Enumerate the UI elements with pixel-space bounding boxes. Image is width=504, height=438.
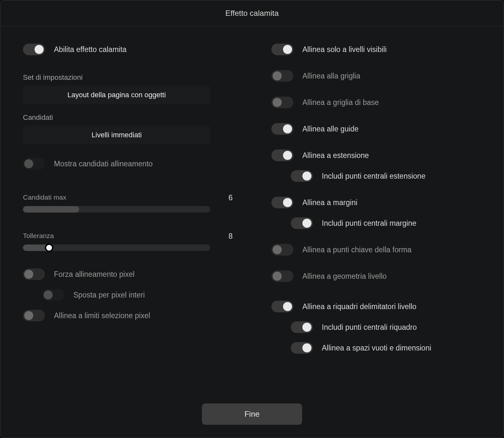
max-candidates-label: Candidati max xyxy=(23,193,66,202)
move-whole-pixels-label: Sposta per pixel interi xyxy=(73,291,145,299)
done-button[interactable]: Fine xyxy=(202,403,302,425)
candidates-section-label: Candidati xyxy=(23,113,233,122)
tolerance-block: Tolleranza 8 xyxy=(23,232,233,251)
snap-grid-label: Allinea alla griglia xyxy=(302,72,360,80)
show-candidates-toggle[interactable] xyxy=(23,158,45,170)
layer-geometry-row: Allinea a geometria livello xyxy=(271,266,481,287)
done-button-label: Fine xyxy=(245,410,260,418)
snap-margins-toggle[interactable] xyxy=(271,197,293,208)
snap-baseline-row: Allinea a griglia di base xyxy=(271,92,481,113)
tolerance-label: Tolleranza xyxy=(23,232,54,241)
margin-midpoints-row: Includi punti centrali margine xyxy=(271,213,481,234)
shape-keypoints-toggle[interactable] xyxy=(271,244,293,256)
max-candidates-value: 6 xyxy=(228,193,233,202)
margin-midpoints-label: Includi punti centrali margine xyxy=(322,219,416,228)
move-whole-pixels-row: Sposta per pixel interi xyxy=(23,285,233,305)
layer-geometry-label: Allinea a geometria livello xyxy=(302,272,387,281)
bounding-boxes-toggle[interactable] xyxy=(271,301,293,312)
snap-guides-toggle[interactable] xyxy=(271,123,293,135)
tolerance-value: 8 xyxy=(228,232,233,241)
visible-only-label: Allinea solo a livelli visibili xyxy=(302,45,387,54)
dialog-title-text: Effetto calamita xyxy=(226,9,279,18)
shape-keypoints-row: Allinea a punti chiave della forma xyxy=(271,239,481,260)
snap-pixel-selection-row: Allinea a limiti selezione pixel xyxy=(23,305,233,326)
max-candidates-block: Candidati max 6 xyxy=(23,193,233,213)
force-pixel-toggle[interactable] xyxy=(23,268,45,280)
candidates-dropdown-value: Livelli immediati xyxy=(91,131,142,139)
dialog-footer: Fine xyxy=(0,397,504,438)
candidates-dropdown[interactable]: Livelli immediati xyxy=(23,126,210,144)
snap-margins-label: Allinea a margini xyxy=(302,198,357,207)
preset-dropdown[interactable]: Layout della pagina con oggetti xyxy=(23,86,210,104)
dialog-content: Abilita effetto calamita Set di impostaz… xyxy=(0,26,504,397)
max-candidates-slider[interactable] xyxy=(23,206,210,213)
bbox-midpoints-toggle[interactable] xyxy=(291,321,313,333)
layer-geometry-toggle[interactable] xyxy=(271,270,293,282)
gaps-sizes-row: Allinea a spazi vuoti e dimensioni xyxy=(271,338,481,358)
preset-section-label: Set di impostazioni xyxy=(23,73,233,82)
left-column: Abilita effetto calamita Set di impostaz… xyxy=(23,39,252,397)
snap-guides-row: Allinea alle guide xyxy=(271,119,481,139)
spread-midpoints-label: Includi punti centrali estensione xyxy=(322,172,425,181)
dialog-title: Effetto calamita xyxy=(0,0,504,26)
snap-spread-label: Allinea a estensione xyxy=(302,151,369,160)
spread-midpoints-toggle[interactable] xyxy=(291,170,313,182)
snap-baseline-toggle[interactable] xyxy=(271,97,293,108)
bounding-boxes-row: Allinea a riquadri delimitatori livello xyxy=(271,296,481,317)
spread-midpoints-row: Includi punti centrali estensione xyxy=(271,166,481,186)
force-pixel-label: Forza allineamento pixel xyxy=(54,270,134,279)
preset-dropdown-value: Layout della pagina con oggetti xyxy=(68,91,166,99)
snap-baseline-label: Allinea a griglia di base xyxy=(302,98,379,107)
move-whole-pixels-toggle[interactable] xyxy=(42,289,64,301)
tolerance-thumb[interactable] xyxy=(45,244,53,252)
snap-guides-label: Allinea alle guide xyxy=(302,125,359,133)
gaps-sizes-toggle[interactable] xyxy=(291,342,313,354)
shape-keypoints-label: Allinea a punti chiave della forma xyxy=(302,245,412,254)
enable-snapping-row: Abilita effetto calamita xyxy=(23,39,233,60)
snap-spread-row: Allinea a estensione xyxy=(271,145,481,166)
bbox-midpoints-row: Includi punti centrali riquadro xyxy=(271,317,481,338)
enable-snapping-toggle[interactable] xyxy=(23,44,45,55)
snap-spread-toggle[interactable] xyxy=(271,150,293,161)
snap-pixel-selection-toggle[interactable] xyxy=(23,310,45,321)
enable-snapping-label: Abilita effetto calamita xyxy=(54,45,127,54)
snap-grid-row: Allinea alla griglia xyxy=(271,66,481,86)
show-candidates-row: Mostra candidati allineamento xyxy=(23,153,233,174)
bbox-midpoints-label: Includi punti centrali riquadro xyxy=(322,323,417,332)
margin-midpoints-toggle[interactable] xyxy=(291,217,313,229)
show-candidates-label: Mostra candidati allineamento xyxy=(54,160,153,168)
gaps-sizes-label: Allinea a spazi vuoti e dimensioni xyxy=(322,344,431,352)
tolerance-slider[interactable] xyxy=(23,245,210,251)
dialog-window: Effetto calamita Abilita effetto calamit… xyxy=(0,0,504,438)
bounding-boxes-label: Allinea a riquadri delimitatori livello xyxy=(302,302,416,311)
right-column: Allinea solo a livelli visibili Allinea … xyxy=(252,39,481,397)
snap-pixel-selection-label: Allinea a limiti selezione pixel xyxy=(54,311,150,320)
snap-margins-row: Allinea a margini xyxy=(271,192,481,213)
snap-grid-toggle[interactable] xyxy=(271,70,293,82)
force-pixel-row: Forza allineamento pixel xyxy=(23,264,233,285)
visible-only-row: Allinea solo a livelli visibili xyxy=(271,39,481,60)
visible-only-toggle[interactable] xyxy=(271,44,293,55)
